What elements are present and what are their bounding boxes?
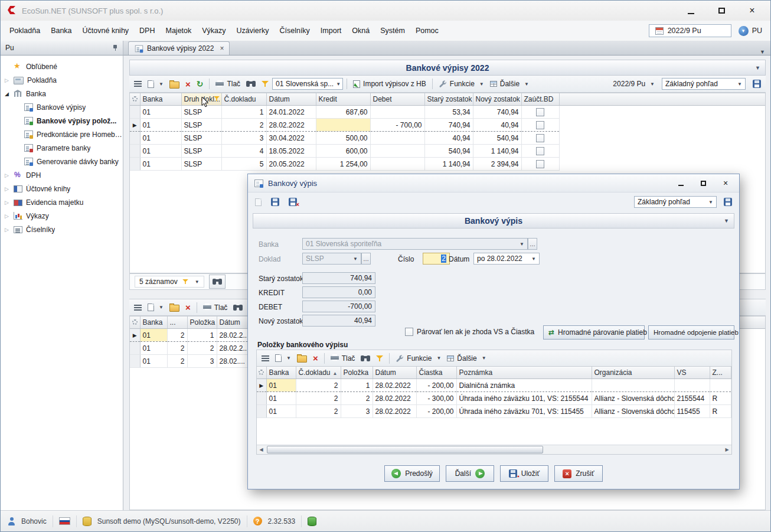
cell-banka[interactable]: 01: [140, 132, 181, 145]
cell-polozka[interactable]: 2: [187, 342, 217, 355]
col-banka[interactable]: Banka: [140, 93, 181, 106]
cell-banka[interactable]: 01: [140, 158, 181, 171]
cell-z[interactable]: R: [710, 392, 731, 405]
cell-datum[interactable]: 30.04.2022: [266, 132, 316, 145]
col-poznamka[interactable]: Poznámka: [456, 367, 592, 379]
menu-pomoc[interactable]: Pomoc: [410, 23, 444, 38]
col-stary-zostatok[interactable]: Starý zostatok: [424, 93, 473, 106]
menu-dph[interactable]: DPH: [134, 23, 160, 38]
col-cislo-dokladu[interactable]: Č.dokladu: [221, 93, 266, 106]
zauct-checkbox[interactable]: [536, 108, 544, 116]
dialog-header-caret-icon[interactable]: ▼: [724, 218, 729, 224]
dialog-minimize-button[interactable]: [675, 178, 686, 188]
cell-novy[interactable]: 740,94: [473, 106, 521, 119]
cell-stary[interactable]: 40,94: [424, 132, 473, 145]
expander-icon[interactable]: ▷: [4, 213, 10, 219]
dialog-save-button[interactable]: [269, 196, 282, 208]
scrollbar-thumb[interactable]: [267, 446, 543, 453]
items-filter-button[interactable]: [374, 353, 386, 364]
cell-kredit[interactable]: 600,00: [316, 145, 370, 158]
bulk-unpair-button[interactable]: Hromadné odpojenie platieb: [648, 325, 734, 340]
cell-stary[interactable]: 740,94: [424, 119, 473, 132]
sidebar-item-banka[interactable]: ◢ Banka: [1, 87, 123, 100]
col-polozka[interactable]: Položka: [341, 367, 373, 379]
expander-icon[interactable]: ▷: [4, 186, 10, 192]
view-combo[interactable]: Základný pohľad ▼: [662, 78, 746, 90]
cell-debet[interactable]: [370, 132, 424, 145]
cell-druh[interactable]: SLSP: [181, 119, 221, 132]
items-print-button[interactable]: Tlač: [328, 353, 358, 364]
cell-novy[interactable]: 540,94: [473, 132, 521, 145]
cell-banka[interactable]: 01: [140, 106, 181, 119]
dialog-new-button[interactable]: [253, 197, 264, 208]
menu-uctovne-knihy[interactable]: Účtovné knihy: [77, 23, 135, 38]
items-horizontal-scrollbar[interactable]: ◀ ▶: [257, 445, 731, 454]
previous-button[interactable]: Predošlý: [384, 465, 440, 482]
open-record-button[interactable]: [167, 78, 182, 90]
items-open-button[interactable]: [295, 352, 309, 364]
sidebar-item-evidencia-majetku[interactable]: ▷ Evidencia majetku: [1, 195, 123, 209]
dialog-maximize-button[interactable]: [698, 178, 708, 188]
cell-polozka[interactable]: 2: [341, 392, 373, 405]
zauct-checkbox[interactable]: [536, 147, 544, 155]
col-cislo-dokladu[interactable]: Č.dokladu▲: [296, 367, 341, 379]
slovak-flag-icon[interactable]: [59, 517, 70, 525]
cell-polozka[interactable]: 3: [187, 355, 217, 368]
filter-icon[interactable]: [182, 279, 188, 285]
menu-vykazy[interactable]: Výkazy: [197, 23, 231, 38]
sidebar-item-bankove-vypisy[interactable]: Bankové výpisy: [1, 100, 123, 114]
sidebar-item-oblubene[interactable]: Obľúbené: [1, 60, 123, 73]
cell-debet[interactable]: [370, 158, 424, 171]
cell-vs[interactable]: [674, 379, 710, 392]
doklad-ellipsis-button[interactable]: …: [361, 253, 371, 265]
zauct-checkbox[interactable]: [536, 160, 544, 168]
pin-icon[interactable]: [112, 44, 118, 51]
sidebar-item-ciselniky[interactable]: ▷ Číselníky: [1, 223, 123, 236]
sidebar-item-generovanie-davky[interactable]: Generovanie dávky banky: [1, 155, 123, 168]
cell-datum[interactable]: 18.05.2022: [266, 145, 316, 158]
cell-debet[interactable]: [370, 145, 424, 158]
expander-icon[interactable]: ◢: [4, 91, 10, 97]
col-druh-dokladu[interactable]: Druh dokl...: [181, 93, 221, 106]
cell-polozka[interactable]: 1: [187, 329, 217, 342]
cell-ciastka[interactable]: - 300,00: [416, 392, 456, 405]
close-button[interactable]: ×: [746, 4, 759, 17]
cell-cdokladu[interactable]: 2: [296, 392, 341, 405]
menu-okna[interactable]: Okná: [347, 23, 375, 38]
item-row-selected[interactable]: ▶ 01 2 1 28.02.2022 - 200,00 Dialničná z…: [257, 379, 731, 392]
statement-row[interactable]: 01 SLSP 1 24.01.2022 687,60 53,34 740,94: [130, 106, 765, 119]
pu-mode-button[interactable]: ▾ PU: [739, 26, 762, 36]
print-button[interactable]: Tlač: [213, 78, 243, 90]
next-button[interactable]: Ďalší: [446, 465, 494, 482]
new-record-button[interactable]: ▼: [145, 79, 166, 90]
cell-datum[interactable]: 28.02.2022: [373, 379, 416, 392]
cell-z[interactable]: [710, 379, 731, 392]
items-new-button[interactable]: ▼: [273, 353, 293, 364]
col-organizacia[interactable]: Organizácia: [592, 367, 674, 379]
cell-druh[interactable]: SLSP: [181, 106, 221, 119]
detail-delete-button[interactable]: ×: [183, 302, 193, 313]
menu-system[interactable]: Systém: [375, 23, 410, 38]
cell-cislo[interactable]: 1: [221, 106, 266, 119]
items-search-button[interactable]: [358, 354, 373, 363]
items-more-button[interactable]: Ďalšie▼: [445, 353, 488, 364]
cell-druh[interactable]: SLSP: [181, 158, 221, 171]
cell-poznamka[interactable]: Úhrada iného záväzku 701, VS: 115455: [456, 405, 592, 418]
detail-open-button[interactable]: [167, 301, 182, 314]
cell-banka[interactable]: 01: [266, 405, 296, 418]
scroll-right-icon[interactable]: ▶: [723, 446, 731, 454]
tabstrip-dropdown-icon[interactable]: ▼: [754, 49, 770, 55]
records-search-button[interactable]: [209, 275, 226, 289]
grid-menu-button[interactable]: [132, 79, 144, 89]
cell-stary[interactable]: 1 140,94: [424, 158, 473, 171]
records-filter-group[interactable]: 5 záznamov ▼: [135, 276, 204, 288]
delete-record-button[interactable]: ×: [183, 79, 193, 90]
zauct-checkbox[interactable]: [536, 134, 544, 142]
save-button[interactable]: ▪ Uložiť: [500, 465, 548, 482]
col-novy-zostatok[interactable]: Nový zostatok: [473, 93, 521, 106]
cell-datum[interactable]: 20.05.2022: [266, 158, 316, 171]
col-zauct-bd[interactable]: Zaúčt.BD: [521, 93, 559, 106]
col-ciastka[interactable]: Čiastka: [416, 367, 456, 379]
cell-cislo[interactable]: 4: [221, 145, 266, 158]
cell-debet[interactable]: - 700,00: [370, 119, 424, 132]
